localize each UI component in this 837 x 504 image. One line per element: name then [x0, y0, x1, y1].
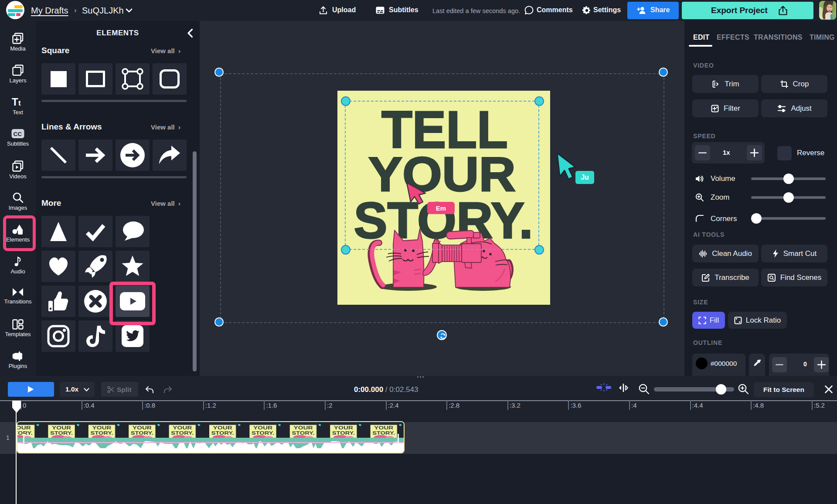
- svg-text:T: T: [12, 96, 18, 108]
- svg-text:CC: CC: [14, 131, 22, 137]
- svg-text:t: t: [18, 99, 21, 107]
